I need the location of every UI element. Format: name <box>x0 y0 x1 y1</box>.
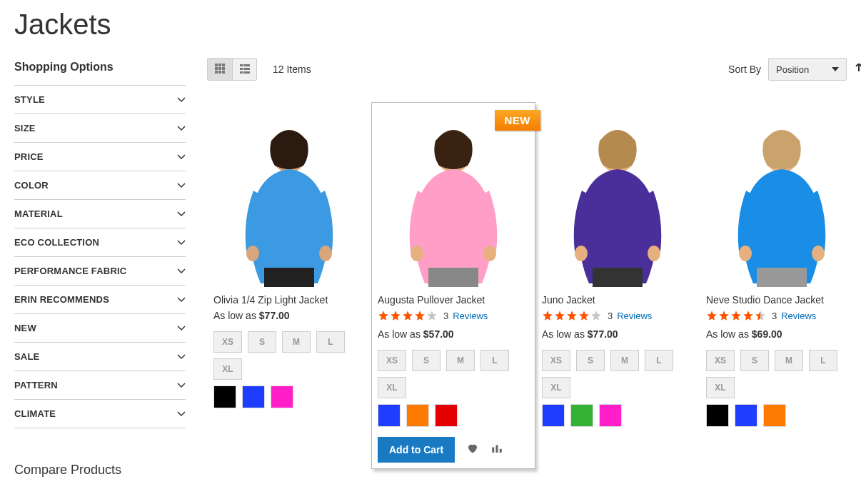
svg-point-21 <box>411 246 423 261</box>
filter-performance-fabric[interactable]: PERFORMANCE FABRIC <box>14 256 186 285</box>
size-swatch-m[interactable]: M <box>610 350 639 371</box>
svg-point-22 <box>483 246 496 261</box>
product-image[interactable] <box>542 109 693 287</box>
sort-select[interactable]: Position <box>768 58 847 81</box>
svg-point-17 <box>246 246 259 261</box>
filter-style[interactable]: STYLE <box>14 85 186 114</box>
filter-size[interactable]: SIZE <box>14 114 186 142</box>
star-icon <box>542 310 553 321</box>
list-view-button[interactable] <box>232 59 256 80</box>
filter-label: PATTERN <box>14 380 58 390</box>
star-icon <box>554 310 565 321</box>
filter-label: NEW <box>14 323 36 333</box>
color-swatch[interactable] <box>706 404 729 427</box>
filter-new[interactable]: NEW <box>14 313 186 342</box>
size-swatch-m[interactable]: M <box>446 350 475 371</box>
color-swatch[interactable] <box>570 404 593 427</box>
size-swatch-l[interactable]: L <box>316 331 345 353</box>
chevron-down-icon <box>177 296 186 304</box>
size-swatch-xs[interactable]: XS <box>706 350 735 371</box>
price: As low as $69.00 <box>706 328 857 340</box>
filter-label: MATERIAL <box>14 208 63 219</box>
product-name-link[interactable]: Augusta Pullover Jacket <box>378 294 529 306</box>
size-swatch-l[interactable]: L <box>809 350 837 371</box>
product-image[interactable] <box>706 109 857 287</box>
color-swatch[interactable] <box>406 404 429 427</box>
size-swatch-l[interactable]: L <box>480 350 509 371</box>
chevron-down-icon <box>177 267 186 276</box>
reviews-link[interactable]: 3Reviews <box>608 311 652 321</box>
filter-erin-recommends[interactable]: ERIN RECOMMENDS <box>14 285 186 313</box>
size-swatch-s[interactable]: S <box>412 350 440 371</box>
size-swatch-l[interactable]: L <box>645 350 673 371</box>
sort-direction-button[interactable] <box>854 64 861 76</box>
svg-rect-3 <box>215 67 218 70</box>
size-swatch-s[interactable]: S <box>740 350 769 371</box>
filter-climate[interactable]: CLIMATE <box>14 399 186 428</box>
size-swatch-xs[interactable]: XS <box>213 331 242 353</box>
filter-label: STYLE <box>14 94 45 105</box>
star-icon <box>730 310 742 321</box>
size-swatches: XSSMLXL <box>378 350 529 398</box>
svg-rect-24 <box>496 445 498 453</box>
filter-eco-collection[interactable]: ECO COLLECTION <box>14 228 186 256</box>
size-swatch-xl[interactable]: XL <box>542 377 570 398</box>
filter-pattern[interactable]: PATTERN <box>14 371 186 399</box>
filter-label: PRICE <box>14 151 44 162</box>
svg-rect-27 <box>593 268 643 287</box>
chevron-down-icon <box>177 410 186 418</box>
product-actions: Add to Cart <box>378 437 529 463</box>
svg-rect-20 <box>428 268 478 287</box>
view-switcher <box>207 58 257 81</box>
color-swatch[interactable] <box>213 385 236 408</box>
color-swatch[interactable] <box>763 404 786 427</box>
add-to-cart-button[interactable]: Add to Cart <box>378 437 455 463</box>
reviews-link[interactable]: 3Reviews <box>772 311 816 321</box>
star-icon <box>378 310 389 321</box>
filter-sale[interactable]: SALE <box>14 342 186 371</box>
svg-rect-9 <box>240 64 243 66</box>
size-swatch-xl[interactable]: XL <box>213 358 242 380</box>
svg-point-32 <box>739 246 752 261</box>
wishlist-icon[interactable] <box>466 442 479 458</box>
svg-rect-13 <box>240 71 243 74</box>
chevron-down-icon <box>177 324 186 333</box>
filter-label: PERFORMANCE FABRIC <box>14 266 126 276</box>
product-image[interactable] <box>213 109 365 287</box>
reviews-link[interactable]: 3Reviews <box>443 311 488 321</box>
color-swatch[interactable] <box>435 404 458 427</box>
size-swatch-m[interactable]: M <box>282 331 311 353</box>
color-swatch[interactable] <box>242 385 265 408</box>
color-swatch[interactable] <box>271 385 293 408</box>
product-name-link[interactable]: Juno Jacket <box>542 294 693 306</box>
product-name-link[interactable]: Olivia 1/4 Zip Light Jacket <box>213 294 365 306</box>
color-swatch[interactable] <box>599 404 622 427</box>
filter-material[interactable]: MATERIAL <box>14 199 186 228</box>
color-swatch[interactable] <box>378 404 401 427</box>
size-swatches: XSSMLXL <box>542 350 693 398</box>
svg-rect-5 <box>222 67 225 70</box>
star-icon <box>706 310 718 321</box>
chevron-down-icon <box>177 381 186 390</box>
color-swatch[interactable] <box>542 404 565 427</box>
size-swatch-m[interactable]: M <box>775 350 803 371</box>
svg-rect-2 <box>222 64 225 66</box>
chevron-down-icon <box>177 238 186 247</box>
compare-icon[interactable] <box>490 442 503 458</box>
size-swatch-s[interactable]: S <box>576 350 605 371</box>
chevron-down-icon <box>177 153 186 161</box>
size-swatch-xl[interactable]: XL <box>378 377 406 398</box>
product-image[interactable] <box>378 109 529 287</box>
svg-rect-16 <box>264 268 314 287</box>
rating-row: 3Reviews <box>542 310 693 321</box>
size-swatch-s[interactable]: S <box>248 331 276 353</box>
filter-color[interactable]: COLOR <box>14 171 186 199</box>
color-swatches <box>378 404 529 427</box>
filter-price[interactable]: PRICE <box>14 142 186 171</box>
size-swatch-xs[interactable]: XS <box>542 350 570 371</box>
size-swatch-xl[interactable]: XL <box>706 377 735 398</box>
color-swatch[interactable] <box>735 404 757 427</box>
size-swatch-xs[interactable]: XS <box>378 350 406 371</box>
product-name-link[interactable]: Neve Studio Dance Jacket <box>706 294 857 306</box>
grid-view-button[interactable] <box>208 59 232 80</box>
